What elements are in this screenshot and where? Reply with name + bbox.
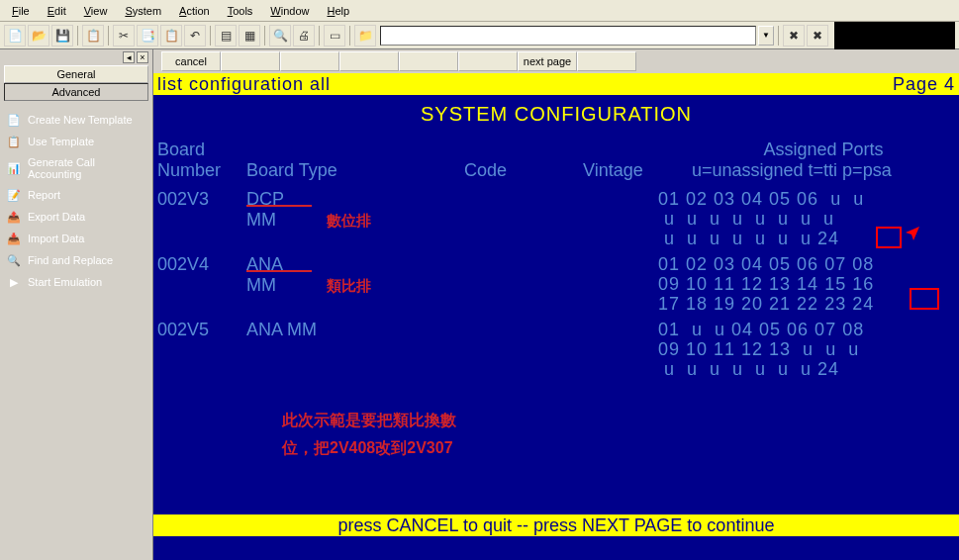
sidebar-item-label: Start Emulation [28, 276, 102, 288]
sidebar-item-label: Import Data [28, 233, 84, 244]
sidebar-item-label: Export Data [28, 211, 85, 223]
toolbar-open-icon[interactable]: 📂 [28, 25, 49, 47]
blank-button-4[interactable] [399, 51, 458, 71]
annotation-digital: 數位排 [327, 212, 371, 229]
export-icon: 📤 [6, 210, 22, 224]
menu-window[interactable]: Window [262, 3, 317, 19]
toolbar-save-icon[interactable]: 💾 [51, 25, 73, 47]
toolbar-folder-icon[interactable]: 📁 [354, 25, 376, 47]
note-line-1: 此次示範是要把類比換數 [282, 407, 456, 434]
sidebar: ◂ × General Advanced 📄Create New Templat… [0, 49, 153, 560]
toolbar-cut-icon[interactable]: ✂ [113, 25, 135, 47]
highlight-box-u [876, 227, 902, 248]
sidebar-item-call-accounting[interactable]: 📊Generate Call Accounting [0, 152, 152, 184]
sidebar-close-icon[interactable]: × [137, 51, 148, 63]
blank-button-1[interactable] [221, 51, 280, 71]
dropdown-arrow-icon[interactable]: ▼ [758, 26, 774, 46]
toolbar-disconnect2-icon[interactable]: ✖ [807, 25, 828, 47]
menu-tools[interactable]: Tools [220, 3, 261, 19]
address-input[interactable] [380, 26, 756, 46]
blank-button-5[interactable] [458, 51, 518, 71]
sidebar-item-report[interactable]: 📝Report [0, 184, 152, 206]
menu-action[interactable]: Action [171, 3, 218, 19]
note-line-2: 位，把2V408改到2V307 [282, 434, 456, 462]
separator [778, 26, 779, 46]
content-area: cancel next page list configuration all … [153, 49, 959, 560]
toolbar-undo-icon[interactable]: ↶ [184, 25, 206, 47]
report-icon: 📝 [6, 188, 22, 202]
terminal-footer: press CANCEL to quit -- press NEXT PAGE … [153, 514, 959, 536]
sidebar-item-label: Create New Template [28, 114, 133, 126]
header-spacer2 [464, 140, 583, 160]
sidebar-item-label: Report [28, 189, 60, 201]
table-row: 002V5 ANA MM 01 u u 04 05 06 07 08 09 10… [157, 320, 955, 379]
header-row-2: Number Board Type Code Vintage u=unassig… [153, 160, 959, 181]
header-number: Number [157, 160, 246, 181]
terminal[interactable]: list configuration all Page 4 SYSTEM CON… [153, 73, 959, 560]
sidebar-item-label: Generate Call Accounting [28, 156, 137, 180]
toolbar-new-icon[interactable]: 📄 [4, 25, 26, 47]
header-board: Board [157, 140, 246, 160]
table-row: 002V4 ANA MM 類比排 01 02 03 04 05 06 07 08… [157, 254, 955, 314]
board-type-cell: DCP MM 數位排 [246, 189, 405, 231]
sidebar-tab-general[interactable]: General [4, 65, 148, 83]
find-icon: 🔍 [6, 253, 22, 267]
toolbar-find-icon[interactable]: 🔍 [269, 25, 291, 47]
play-icon: ▶ [6, 275, 22, 289]
toolbar-window-icon[interactable]: ▭ [324, 25, 345, 47]
command-text: list configuration all [157, 73, 893, 95]
cancel-button[interactable]: cancel [161, 51, 221, 71]
arrow-icon [902, 225, 921, 244]
accounting-icon: 📊 [6, 161, 22, 175]
menubar: File Edit View System Action Tools Windo… [0, 0, 959, 22]
separator [349, 26, 350, 46]
annotation-note: 此次示範是要把類比換數 位，把2V408改到2V307 [282, 407, 456, 462]
sidebar-item-label: Use Template [28, 136, 94, 147]
header-row-1: Board Assigned Ports [153, 140, 959, 160]
header-ports-legend: u=unassigned t=tti p=psa [692, 160, 955, 181]
toolbar-copy-icon[interactable]: 📋 [82, 25, 104, 47]
template-use-icon: 📋 [6, 135, 22, 148]
board-type: DCP MM [246, 189, 312, 207]
sidebar-item-import[interactable]: 📥Import Data [0, 228, 152, 249]
sidebar-item-create-template[interactable]: 📄Create New Template [0, 109, 152, 131]
menu-system[interactable]: System [117, 3, 169, 19]
sidebar-item-start-emulation[interactable]: ▶Start Emulation [0, 271, 152, 293]
terminal-title: SYSTEM CONFIGURATION [153, 103, 959, 126]
toolbar-disconnect-icon[interactable]: ✖ [783, 25, 805, 47]
sidebar-item-find-replace[interactable]: 🔍Find and Replace [0, 249, 152, 271]
sidebar-list: 📄Create New Template 📋Use Template 📊Gene… [0, 101, 152, 560]
toolbar-paste-icon[interactable]: 📋 [160, 25, 182, 47]
ports-grid: 01 u u 04 05 06 07 08 09 10 11 12 13 u u… [658, 320, 955, 379]
header-ports: Assigned Ports [692, 140, 955, 160]
sidebar-item-export[interactable]: 📤Export Data [0, 206, 152, 228]
board-number: 002V5 [157, 320, 246, 340]
next-page-button[interactable]: next page [518, 51, 577, 71]
separator [210, 26, 211, 46]
board-type-cell: ANA MM 類比排 [246, 254, 405, 296]
table-row: 002V3 DCP MM 數位排 01 02 03 04 05 06 u u u… [157, 189, 955, 248]
blank-button-6[interactable] [577, 51, 636, 71]
sidebar-controls: ◂ × [0, 49, 152, 65]
page-indicator: Page 4 [893, 73, 955, 95]
menu-file[interactable]: File [4, 3, 38, 19]
header-spacer [246, 140, 464, 160]
toolbar-grid-icon[interactable]: ▦ [239, 25, 260, 47]
import-icon: 📥 [6, 232, 22, 245]
menu-edit[interactable]: Edit [40, 3, 74, 19]
sidebar-item-use-template[interactable]: 📋Use Template [0, 131, 152, 152]
toolbar-list-icon[interactable]: ▤ [215, 25, 237, 47]
menu-view[interactable]: View [76, 3, 116, 19]
toolbar-print-icon[interactable]: 🖨 [293, 25, 315, 47]
header-spacer3 [583, 140, 692, 160]
sidebar-tab-advanced[interactable]: Advanced [4, 83, 148, 101]
data-rows: 002V3 DCP MM 數位排 01 02 03 04 05 06 u u u… [153, 189, 959, 379]
blank-button-3[interactable] [339, 51, 399, 71]
menu-help[interactable]: Help [319, 3, 357, 19]
toolbar-copy2-icon[interactable]: 📑 [137, 25, 158, 47]
blank-button-2[interactable] [280, 51, 339, 71]
header-type: Board Type [246, 160, 464, 181]
sidebar-pin-icon[interactable]: ◂ [123, 51, 135, 63]
sidebar-item-label: Find and Replace [28, 254, 113, 266]
terminal-body: Board Assigned Ports Number Board Type C… [153, 140, 959, 547]
